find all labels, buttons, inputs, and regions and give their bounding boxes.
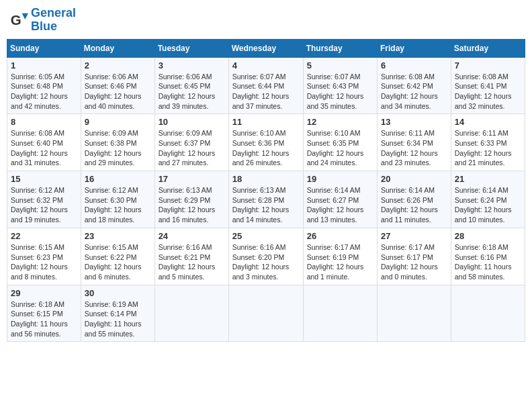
day-number: 9 bbox=[85, 117, 151, 127]
day-info: Sunrise: 6:08 AM Sunset: 6:40 PM Dayligh… bbox=[11, 128, 77, 168]
logo-icon: G bbox=[9, 11, 28, 30]
day-info: Sunrise: 6:14 AM Sunset: 6:27 PM Dayligh… bbox=[307, 185, 373, 225]
day-number: 16 bbox=[85, 174, 151, 184]
day-info: Sunrise: 6:18 AM Sunset: 6:15 PM Dayligh… bbox=[11, 300, 77, 339]
day-info: Sunrise: 6:05 AM Sunset: 6:48 PM Dayligh… bbox=[11, 72, 77, 111]
weekday-header: Friday bbox=[378, 39, 451, 57]
day-info: Sunrise: 6:14 AM Sunset: 6:24 PM Dayligh… bbox=[455, 185, 521, 225]
calendar-cell bbox=[378, 285, 451, 342]
day-number: 3 bbox=[159, 60, 225, 71]
day-info: Sunrise: 6:17 AM Sunset: 6:19 PM Dayligh… bbox=[307, 242, 373, 282]
calendar-cell: 23 Sunrise: 6:15 AM Sunset: 6:22 PM Dayl… bbox=[81, 228, 154, 285]
calendar-cell: 30 Sunrise: 6:19 AM Sunset: 6:14 PM Dayl… bbox=[81, 285, 154, 342]
day-number: 15 bbox=[11, 174, 77, 184]
day-number: 12 bbox=[307, 117, 373, 127]
calendar-cell: 6 Sunrise: 6:08 AM Sunset: 6:42 PM Dayli… bbox=[378, 57, 451, 114]
day-info: Sunrise: 6:13 AM Sunset: 6:29 PM Dayligh… bbox=[159, 185, 225, 225]
day-number: 11 bbox=[232, 117, 300, 127]
day-info: Sunrise: 6:06 AM Sunset: 6:45 PM Dayligh… bbox=[159, 72, 225, 111]
weekday-header: Tuesday bbox=[154, 39, 228, 57]
day-number: 4 bbox=[232, 60, 300, 71]
logo: G General Blue bbox=[9, 7, 76, 34]
day-number: 14 bbox=[455, 117, 521, 127]
calendar-cell: 29 Sunrise: 6:18 AM Sunset: 6:15 PM Dayl… bbox=[7, 285, 81, 342]
day-number: 27 bbox=[381, 231, 447, 241]
day-info: Sunrise: 6:16 AM Sunset: 6:20 PM Dayligh… bbox=[232, 242, 300, 282]
day-number: 20 bbox=[381, 174, 447, 184]
calendar-cell: 7 Sunrise: 6:08 AM Sunset: 6:41 PM Dayli… bbox=[451, 57, 525, 114]
day-number: 18 bbox=[232, 174, 300, 184]
day-number: 23 bbox=[85, 231, 151, 241]
calendar-cell: 17 Sunrise: 6:13 AM Sunset: 6:29 PM Dayl… bbox=[154, 171, 228, 228]
calendar-cell: 11 Sunrise: 6:10 AM Sunset: 6:36 PM Dayl… bbox=[228, 114, 303, 171]
day-number: 26 bbox=[307, 231, 373, 241]
day-number: 30 bbox=[85, 288, 151, 298]
calendar-cell: 5 Sunrise: 6:07 AM Sunset: 6:43 PM Dayli… bbox=[303, 57, 377, 114]
calendar-cell bbox=[154, 285, 228, 342]
calendar-week-row: 22 Sunrise: 6:15 AM Sunset: 6:23 PM Dayl… bbox=[7, 228, 525, 285]
page-header: G General Blue bbox=[7, 7, 525, 34]
weekday-header: Sunday bbox=[7, 39, 81, 57]
day-number: 24 bbox=[159, 231, 225, 241]
day-info: Sunrise: 6:16 AM Sunset: 6:21 PM Dayligh… bbox=[159, 242, 225, 282]
calendar-cell: 27 Sunrise: 6:17 AM Sunset: 6:17 PM Dayl… bbox=[378, 228, 451, 285]
day-info: Sunrise: 6:08 AM Sunset: 6:42 PM Dayligh… bbox=[381, 72, 447, 111]
day-info: Sunrise: 6:13 AM Sunset: 6:28 PM Dayligh… bbox=[232, 185, 300, 225]
calendar-body: 1 Sunrise: 6:05 AM Sunset: 6:48 PM Dayli… bbox=[7, 57, 525, 342]
calendar-cell: 15 Sunrise: 6:12 AM Sunset: 6:32 PM Dayl… bbox=[7, 171, 81, 228]
calendar-cell: 8 Sunrise: 6:08 AM Sunset: 6:40 PM Dayli… bbox=[7, 114, 81, 171]
calendar-cell: 22 Sunrise: 6:15 AM Sunset: 6:23 PM Dayl… bbox=[7, 228, 81, 285]
day-info: Sunrise: 6:08 AM Sunset: 6:41 PM Dayligh… bbox=[455, 72, 521, 111]
day-number: 13 bbox=[381, 117, 447, 127]
calendar-cell: 19 Sunrise: 6:14 AM Sunset: 6:27 PM Dayl… bbox=[303, 171, 377, 228]
day-number: 22 bbox=[11, 231, 77, 241]
day-number: 10 bbox=[159, 117, 225, 127]
calendar-table: SundayMondayTuesdayWednesdayThursdayFrid… bbox=[7, 39, 525, 342]
day-number: 28 bbox=[455, 231, 521, 241]
day-info: Sunrise: 6:19 AM Sunset: 6:14 PM Dayligh… bbox=[85, 300, 151, 339]
day-number: 5 bbox=[307, 60, 373, 71]
day-number: 17 bbox=[159, 174, 225, 184]
day-info: Sunrise: 6:17 AM Sunset: 6:17 PM Dayligh… bbox=[381, 242, 447, 282]
calendar-cell: 20 Sunrise: 6:14 AM Sunset: 6:26 PM Dayl… bbox=[378, 171, 451, 228]
calendar-cell: 16 Sunrise: 6:12 AM Sunset: 6:30 PM Dayl… bbox=[81, 171, 154, 228]
day-info: Sunrise: 6:10 AM Sunset: 6:35 PM Dayligh… bbox=[307, 128, 373, 168]
day-info: Sunrise: 6:11 AM Sunset: 6:33 PM Dayligh… bbox=[455, 128, 521, 168]
day-number: 25 bbox=[232, 231, 300, 241]
calendar-cell: 25 Sunrise: 6:16 AM Sunset: 6:20 PM Dayl… bbox=[228, 228, 303, 285]
day-info: Sunrise: 6:07 AM Sunset: 6:44 PM Dayligh… bbox=[232, 72, 300, 111]
weekday-row: SundayMondayTuesdayWednesdayThursdayFrid… bbox=[7, 39, 525, 57]
day-number: 8 bbox=[11, 117, 77, 127]
calendar-cell: 18 Sunrise: 6:13 AM Sunset: 6:28 PM Dayl… bbox=[228, 171, 303, 228]
day-info: Sunrise: 6:15 AM Sunset: 6:22 PM Dayligh… bbox=[85, 242, 151, 282]
svg-text:G: G bbox=[11, 11, 21, 27]
calendar-cell bbox=[228, 285, 303, 342]
calendar-cell: 13 Sunrise: 6:11 AM Sunset: 6:34 PM Dayl… bbox=[378, 114, 451, 171]
day-info: Sunrise: 6:06 AM Sunset: 6:46 PM Dayligh… bbox=[85, 72, 151, 111]
calendar-cell: 14 Sunrise: 6:11 AM Sunset: 6:33 PM Dayl… bbox=[451, 114, 525, 171]
day-info: Sunrise: 6:11 AM Sunset: 6:34 PM Dayligh… bbox=[381, 128, 447, 168]
day-number: 19 bbox=[307, 174, 373, 184]
calendar-cell: 26 Sunrise: 6:17 AM Sunset: 6:19 PM Dayl… bbox=[303, 228, 377, 285]
calendar-cell bbox=[303, 285, 377, 342]
calendar-cell: 24 Sunrise: 6:16 AM Sunset: 6:21 PM Dayl… bbox=[154, 228, 228, 285]
day-info: Sunrise: 6:15 AM Sunset: 6:23 PM Dayligh… bbox=[11, 242, 77, 282]
calendar-week-row: 29 Sunrise: 6:18 AM Sunset: 6:15 PM Dayl… bbox=[7, 285, 525, 342]
day-number: 29 bbox=[11, 288, 77, 298]
day-number: 21 bbox=[455, 174, 521, 184]
calendar-cell: 12 Sunrise: 6:10 AM Sunset: 6:35 PM Dayl… bbox=[303, 114, 377, 171]
calendar-cell: 3 Sunrise: 6:06 AM Sunset: 6:45 PM Dayli… bbox=[154, 57, 228, 114]
day-number: 1 bbox=[11, 60, 77, 71]
day-info: Sunrise: 6:12 AM Sunset: 6:30 PM Dayligh… bbox=[85, 185, 151, 225]
day-info: Sunrise: 6:10 AM Sunset: 6:36 PM Dayligh… bbox=[232, 128, 300, 168]
day-info: Sunrise: 6:18 AM Sunset: 6:16 PM Dayligh… bbox=[455, 242, 521, 282]
day-number: 6 bbox=[381, 60, 447, 71]
day-info: Sunrise: 6:12 AM Sunset: 6:32 PM Dayligh… bbox=[11, 185, 77, 225]
weekday-header: Saturday bbox=[451, 39, 525, 57]
day-info: Sunrise: 6:07 AM Sunset: 6:43 PM Dayligh… bbox=[307, 72, 373, 111]
calendar-cell: 28 Sunrise: 6:18 AM Sunset: 6:16 PM Dayl… bbox=[451, 228, 525, 285]
calendar-cell: 1 Sunrise: 6:05 AM Sunset: 6:48 PM Dayli… bbox=[7, 57, 81, 114]
day-info: Sunrise: 6:09 AM Sunset: 6:37 PM Dayligh… bbox=[159, 128, 225, 168]
weekday-header: Wednesday bbox=[228, 39, 303, 57]
calendar-header: SundayMondayTuesdayWednesdayThursdayFrid… bbox=[7, 39, 525, 57]
